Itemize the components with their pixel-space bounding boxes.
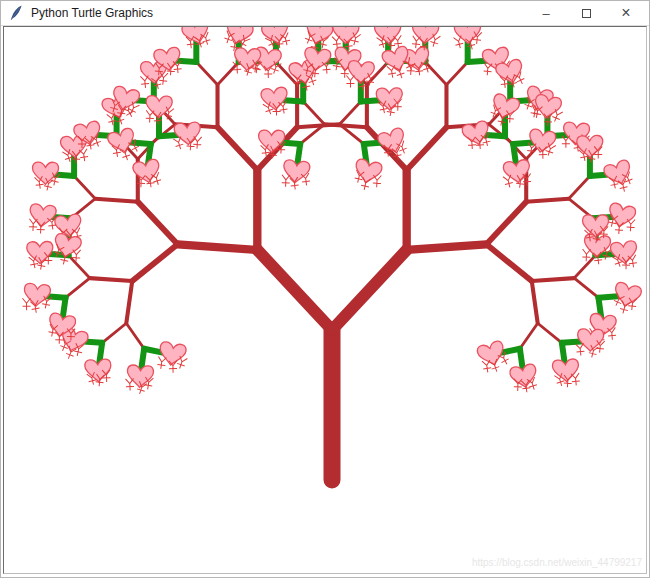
minimize-icon: – <box>542 6 549 21</box>
close-button[interactable]: × <box>606 1 646 25</box>
close-icon: × <box>621 4 630 22</box>
blossom-tree-drawing <box>4 27 647 574</box>
maximize-icon <box>582 9 591 18</box>
turtle-canvas: https://blog.csdn.net/weixin_44799217 <box>3 26 647 574</box>
maximize-button[interactable] <box>566 1 606 25</box>
window-controls: – × <box>526 1 649 25</box>
feather-app-icon <box>9 5 23 21</box>
title-bar: Python Turtle Graphics – × <box>1 1 649 26</box>
window-title: Python Turtle Graphics <box>31 6 153 20</box>
minimize-button[interactable]: – <box>526 1 566 25</box>
turtle-graphics-window: Python Turtle Graphics – × https://blog.… <box>0 0 650 578</box>
